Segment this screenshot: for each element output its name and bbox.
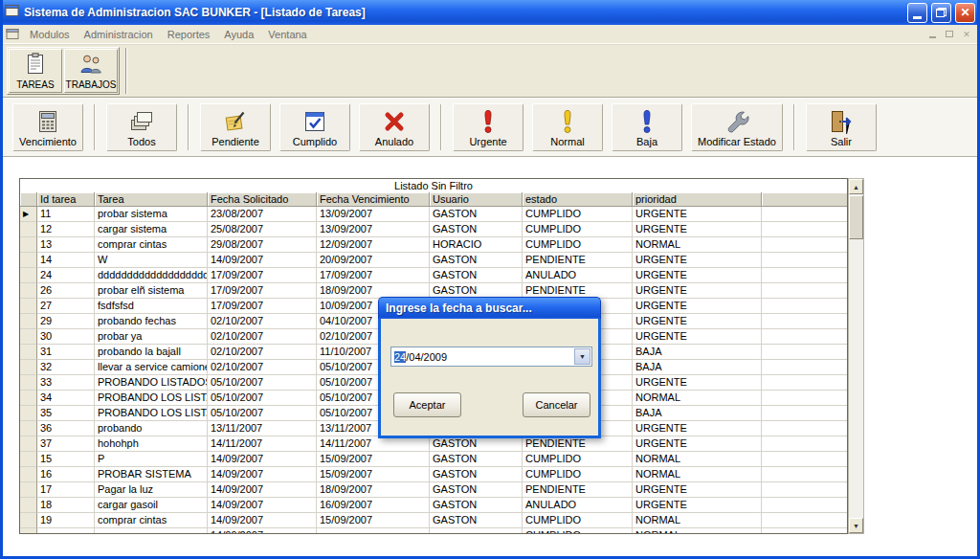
todos-button[interactable]: Todos	[106, 103, 177, 151]
aceptar-button[interactable]: Aceptar	[393, 392, 461, 417]
row-selector[interactable]	[20, 528, 37, 534]
row-selector[interactable]	[20, 513, 37, 528]
table-cell-filler	[762, 513, 847, 528]
restore-button[interactable]	[931, 3, 951, 23]
table-cell-filler	[762, 467, 847, 482]
grid-caption: Listado Sin Filtro	[20, 179, 847, 192]
table-cell: 05/10/2007	[208, 391, 317, 406]
table-row[interactable]: 12cargar sistema25/08/200713/09/2007GAST…	[20, 222, 847, 237]
table-cell: 17	[37, 482, 95, 498]
table-row[interactable]: 19comprar cintas14/09/200715/09/2007GAST…	[20, 513, 847, 528]
column-header-fecha-vencimiento[interactable]: Fecha Vencimiento	[317, 192, 430, 207]
table-row[interactable]: 14/09/2007CUMPLIDONORMAL	[20, 528, 847, 534]
menu-reportes[interactable]: Reportes	[161, 27, 217, 42]
row-selector[interactable]	[20, 299, 37, 314]
vencimiento-button[interactable]: Vencimiento	[12, 103, 83, 151]
cumplido-button[interactable]: Cumplido	[279, 103, 350, 151]
scroll-down-button[interactable]: ▼	[849, 518, 863, 533]
table-row[interactable]: 15P14/09/200715/09/2007GASTONCUMPLIDONOR…	[20, 452, 847, 467]
title-bar[interactable]: Sistema de Administracion SAC BUNKER - […	[0, 0, 980, 25]
table-row[interactable]: 37hohohph14/11/200714/11/2007GASTONPENDI…	[20, 436, 847, 452]
table-cell-filler	[762, 237, 847, 253]
table-cell: NORMAL	[633, 467, 762, 482]
calendar-icon	[35, 108, 60, 135]
table-cell: 14/09/2007	[208, 452, 317, 467]
pendiente-button[interactable]: Pendiente	[200, 103, 271, 151]
workers-icon	[78, 53, 103, 78]
table-cell: 13/09/2007	[317, 222, 430, 237]
red-exclamation-icon	[480, 108, 496, 135]
table-cell: URGENTE	[633, 207, 762, 222]
row-selector[interactable]	[20, 452, 37, 467]
table-cell: 02/10/2007	[208, 314, 317, 329]
table-row[interactable]: 18cargar gasoil14/09/200716/09/2007GASTO…	[20, 498, 847, 513]
urgente-button[interactable]: Urgente	[453, 103, 523, 151]
scroll-up-button[interactable]: ▲	[849, 179, 863, 194]
child-window-icon[interactable]	[6, 27, 20, 41]
column-header-id-tarea[interactable]: Id tarea	[37, 192, 95, 207]
date-combobox[interactable]: 24/04/2009 ▼	[390, 347, 592, 367]
column-header-tarea[interactable]: Tarea	[95, 192, 208, 207]
table-row[interactable]: 16PROBAR SISTEMA14/09/200715/09/2007GAST…	[20, 467, 847, 482]
table-cell: CUMPLIDO	[523, 452, 633, 467]
tareas-button[interactable]: TAREAS	[9, 49, 62, 93]
row-selector[interactable]	[20, 345, 37, 360]
scroll-thumb[interactable]	[849, 195, 863, 239]
cancelar-button[interactable]: Cancelar	[523, 392, 590, 417]
menu-administracion[interactable]: Administracion	[78, 27, 160, 42]
row-selector[interactable]	[20, 314, 37, 329]
table-cell: probando fechas	[95, 314, 208, 329]
salir-button[interactable]: Salir	[806, 103, 877, 151]
current-row-marker[interactable]: ▶	[20, 207, 37, 222]
row-selector[interactable]	[20, 360, 37, 375]
table-row[interactable]: 14W14/09/200720/09/2007GASTONPENDIENTEUR…	[20, 253, 847, 268]
menu-ventana[interactable]: Ventana	[261, 27, 313, 42]
table-cell: NORMAL	[633, 391, 762, 406]
column-header-fecha-solicitado[interactable]: Fecha Solicitado	[208, 192, 317, 207]
row-selector[interactable]	[20, 467, 37, 482]
table-cell-filler	[762, 436, 847, 452]
column-header-estado[interactable]: estado	[523, 192, 633, 207]
row-selector[interactable]	[20, 268, 37, 283]
mdi-minimize-icon[interactable]	[924, 28, 940, 41]
row-selector[interactable]	[20, 222, 37, 237]
minimize-button[interactable]	[907, 3, 927, 23]
table-cell: GASTON	[430, 467, 523, 482]
trabajos-button[interactable]: TRABAJOS	[64, 49, 118, 93]
row-selector[interactable]	[20, 253, 37, 268]
normal-button[interactable]: Normal	[532, 103, 603, 151]
table-cell: PROBANDO LOS LISTA	[95, 406, 208, 421]
row-selector[interactable]	[20, 482, 37, 498]
mdi-close-icon[interactable]: ✕	[959, 28, 974, 41]
anulado-button[interactable]: Anulado	[359, 103, 430, 151]
combo-dropdown-button[interactable]: ▼	[574, 348, 590, 365]
table-row[interactable]: 17Pagar la luz14/09/200718/09/2007GASTON…	[20, 482, 847, 498]
table-cell: GASTON	[430, 436, 523, 452]
row-selector[interactable]	[20, 436, 37, 452]
menu-ayuda[interactable]: Ayuda	[217, 27, 260, 42]
row-selector[interactable]	[20, 406, 37, 421]
modificar-estado-button[interactable]: Modificar Estado	[691, 103, 783, 151]
table-cell: GASTON	[430, 253, 523, 268]
baja-button[interactable]: Baja	[612, 103, 682, 151]
row-selector[interactable]	[20, 283, 37, 299]
table-cell	[37, 528, 95, 534]
table-row[interactable]: 13comprar cintas29/08/200712/09/2007HORA…	[20, 237, 847, 253]
table-row[interactable]: ▶11probar sistema23/08/200713/09/2007GAS…	[20, 207, 847, 222]
close-button[interactable]: ✕	[955, 3, 975, 23]
row-selector[interactable]	[20, 329, 37, 345]
column-header-prioridad[interactable]: prioridad	[633, 192, 762, 207]
row-selector[interactable]	[20, 391, 37, 406]
row-selector[interactable]	[20, 498, 37, 513]
column-header-usuario[interactable]: Usuario	[430, 192, 523, 207]
row-selector[interactable]	[20, 237, 37, 253]
table-row[interactable]: 24dddddddddddddddddddd17/09/200717/09/20…	[20, 268, 847, 283]
table-cell: GASTON	[430, 452, 523, 467]
row-selector[interactable]	[20, 375, 37, 391]
mdi-restore-icon[interactable]	[942, 28, 957, 41]
table-cell: 02/10/2007	[208, 329, 317, 345]
row-selector[interactable]	[20, 421, 37, 436]
menu-modulos[interactable]: Modulos	[23, 27, 77, 42]
dialog-title-bar[interactable]: Ingrese la fecha a buscar...	[378, 297, 601, 319]
vertical-scrollbar[interactable]: ▲ ▼	[848, 178, 864, 534]
